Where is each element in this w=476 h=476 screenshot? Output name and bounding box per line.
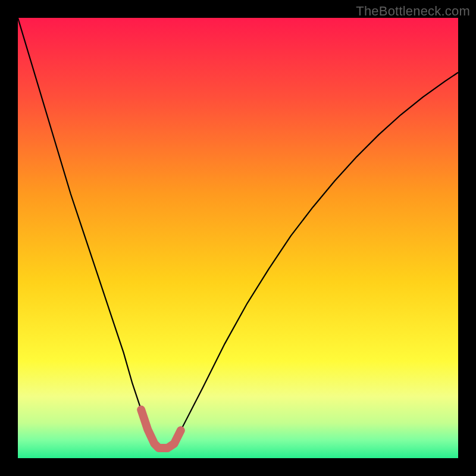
chart-frame: TheBottleneck.com (0, 0, 476, 476)
gradient-background (18, 18, 458, 458)
chart-canvas (0, 0, 476, 476)
watermark-text: TheBottleneck.com (356, 4, 470, 19)
